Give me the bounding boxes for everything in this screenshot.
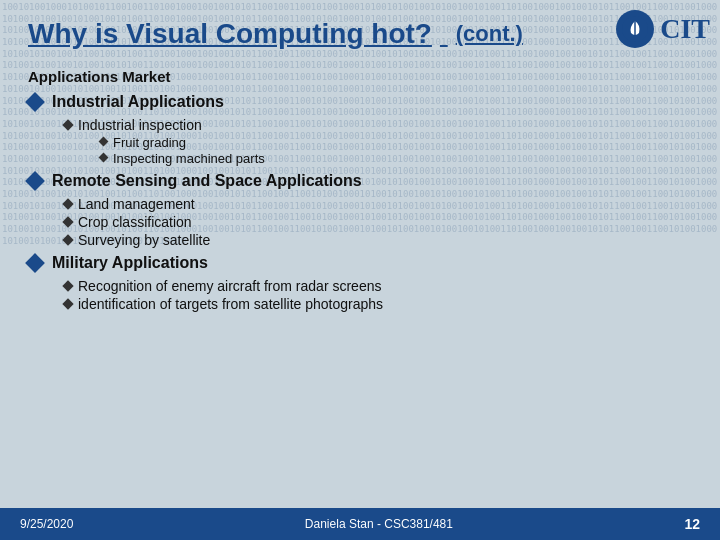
sub-sub-item-label: Inspecting machined parts [113,151,265,166]
sub-bullet [62,234,73,245]
sub-bullet [62,280,73,291]
sub-bullet [62,198,73,209]
list-item: Crop classification [64,214,692,230]
footer-author: Daniela Stan - CSC381/481 [305,517,453,531]
remote-sub-list: Land management Crop classification Surv… [64,196,692,248]
list-item: identification of targets from satellite… [64,296,692,312]
list-item: Recognition of enemy aircraft from radar… [64,278,692,294]
list-item: Surveying by satellite [64,232,692,248]
footer-page: 12 [684,516,700,532]
sub-item-label: Surveying by satellite [78,232,210,248]
sub-bullet [62,298,73,309]
slide: 1001010010001010010110010011010010001001… [0,0,720,540]
section-industrial-header: Industrial Applications [28,93,692,111]
sub-bullet [62,119,73,130]
section-military-title: Military Applications [52,254,208,272]
sub-item-label: identification of targets from satellite… [78,296,383,312]
industrial-sub-list: Industrial inspection Fruit grading Insp… [64,117,692,166]
list-item: Land management [64,196,692,212]
market-label: Applications Market [28,68,692,85]
section-remote-header: Remote Sensing and Space Applications [28,172,692,190]
diamond-bullet-military [25,253,45,273]
sub-item-label: Land management [78,196,195,212]
section-military-header: Military Applications [28,254,692,272]
diamond-bullet-remote [25,171,45,191]
list-item: Inspecting machined parts [100,151,692,166]
footer-date: 9/25/2020 [20,517,73,531]
sub-bullet [62,216,73,227]
footer: 9/25/2020 Daniela Stan - CSC381/481 12 [0,508,720,540]
section-remote-title: Remote Sensing and Space Applications [52,172,362,190]
slide-content: Why is Visual Computing hot? (cont.) App… [0,0,720,540]
sub-sub-item-label: Fruit grading [113,135,186,150]
list-item: Industrial inspection [64,117,692,133]
title-cont: (cont.) [456,21,523,47]
list-item: Fruit grading [100,135,692,150]
sub-item-label: Recognition of enemy aircraft from radar… [78,278,381,294]
section-industrial-title: Industrial Applications [52,93,224,111]
industrial-sub-sub-list: Fruit grading Inspecting machined parts [100,135,692,166]
title-text: Why is Visual Computing hot? [28,18,432,50]
diamond-bullet-industrial [25,92,45,112]
slide-title: Why is Visual Computing hot? (cont.) [28,18,692,50]
sub-sub-bullet [99,153,109,163]
sub-sub-bullet [99,137,109,147]
military-sub-list: Recognition of enemy aircraft from radar… [64,278,692,312]
sub-item-label: Crop classification [78,214,192,230]
sub-item-label: Industrial inspection [78,117,202,133]
